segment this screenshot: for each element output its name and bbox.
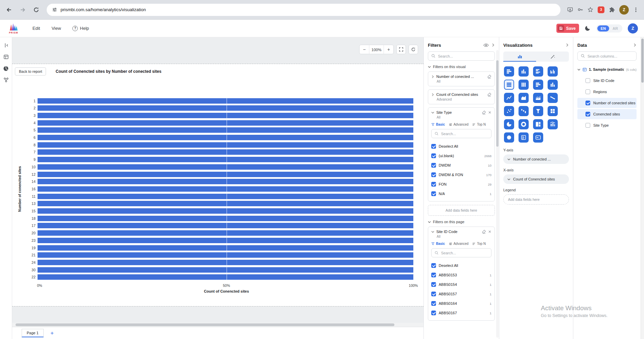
reload-icon[interactable] <box>30 4 42 16</box>
donut-chart-icon[interactable] <box>519 119 529 129</box>
url-bar[interactable]: prismbi.com.sa/home/analytics/visualizat… <box>47 4 560 16</box>
chart-bar-row[interactable]: 19 <box>24 245 413 251</box>
stacked-area-chart-icon[interactable] <box>533 93 543 103</box>
data-field-row[interactable]: Number of conected sites <box>577 98 637 108</box>
clustered-bar-chart-icon[interactable] <box>533 66 543 77</box>
chevron-down-icon[interactable] <box>431 111 434 114</box>
bar[interactable] <box>38 238 413 243</box>
browser-profile-avatar[interactable]: Z <box>619 5 629 15</box>
zoom-in-button[interactable]: + <box>384 45 393 54</box>
chart-bar-row[interactable]: 5 <box>24 127 413 133</box>
line-chart-icon[interactable] <box>504 93 514 103</box>
extensions-puzzle-icon[interactable] <box>609 7 615 13</box>
stacked-bar-chart-icon[interactable] <box>504 66 514 77</box>
data-field-row[interactable]: Site Type <box>577 120 637 130</box>
password-key-icon[interactable] <box>577 7 583 13</box>
chart-bar-row[interactable]: 18 <box>24 215 413 221</box>
bar[interactable] <box>38 105 413 111</box>
data-search[interactable] <box>577 51 637 61</box>
bar[interactable] <box>38 245 413 251</box>
site-type-search[interactable] <box>431 129 491 138</box>
deselect-all-row[interactable]: Deselect All <box>431 261 491 270</box>
bar[interactable] <box>38 208 413 214</box>
bar[interactable] <box>38 127 413 133</box>
gauge-icon[interactable] <box>504 132 514 143</box>
filter-item[interactable]: N/A1 <box>431 189 491 198</box>
bar[interactable] <box>38 274 413 280</box>
checkbox-icon[interactable] <box>431 273 436 277</box>
bar[interactable] <box>38 135 413 140</box>
checkbox-icon[interactable] <box>431 182 436 187</box>
chart-bar-row[interactable]: 17 <box>24 223 413 229</box>
user-avatar[interactable]: Z <box>628 23 638 34</box>
fullscreen-icon[interactable] <box>396 45 406 54</box>
chart-bar-row[interactable]: 11 <box>24 193 413 199</box>
data-field-row[interactable]: Regions <box>577 87 637 97</box>
save-button[interactable]: Save <box>556 24 579 33</box>
bar[interactable] <box>38 98 413 104</box>
scatter-chart-icon[interactable] <box>504 106 514 116</box>
site-type-search-input[interactable] <box>441 132 488 136</box>
bar[interactable] <box>38 157 413 162</box>
bar[interactable] <box>38 172 413 177</box>
checkbox-icon[interactable] <box>585 101 590 105</box>
dataset-row[interactable]: 1. Sample (estimation) (5 cols) <box>577 65 637 74</box>
install-app-icon[interactable] <box>567 7 573 13</box>
bar[interactable] <box>38 194 413 199</box>
chart-bar-row[interactable]: 9 <box>24 157 413 163</box>
tab-basic[interactable]: Basic <box>431 242 445 246</box>
chart-bar-row[interactable]: 20 <box>24 230 413 236</box>
filter-item[interactable]: ABBS01671 <box>431 308 491 318</box>
checkbox-icon[interactable] <box>431 172 436 177</box>
bar[interactable] <box>38 216 413 221</box>
checkbox-icon[interactable] <box>431 191 436 196</box>
filters-search-input[interactable] <box>438 54 491 58</box>
add-data-fields-dropzone[interactable]: Add data fields here <box>428 205 495 216</box>
chart-bar-row[interactable]: 22 <box>24 274 413 280</box>
language-toggle[interactable]: EN AR <box>596 24 622 33</box>
deselect-all-row[interactable]: Deselect All <box>431 142 491 151</box>
filter-item[interactable]: ABBS01641 <box>431 299 491 308</box>
browser-menu-kebab-icon[interactable] <box>633 7 639 13</box>
filter-card-count-of-connected[interactable]: Count of Conencted sites Advanced <box>428 89 495 104</box>
chevron-down-icon[interactable] <box>431 230 434 233</box>
data-field-row[interactable]: Site ID Code <box>577 76 637 86</box>
chart-bar-row[interactable]: 1 <box>24 98 413 104</box>
chart-bar-row[interactable]: 10 <box>24 164 413 170</box>
eraser-icon[interactable] <box>482 110 486 114</box>
chart-page-icon[interactable] <box>3 65 9 72</box>
data-field-row[interactable]: Conencted sites <box>577 109 637 119</box>
chart-bar-row[interactable]: 23 <box>24 237 413 243</box>
bar[interactable] <box>38 149 413 155</box>
x-axis-field-select[interactable]: Count of Conencted sites <box>503 174 569 184</box>
chart-bar-row[interactable]: 3 <box>24 112 413 118</box>
collapse-panel-chevron-icon[interactable] <box>633 43 637 47</box>
filter-card-number-of-connected[interactable]: Number of conected ... All <box>428 71 495 86</box>
checkbox-icon[interactable] <box>585 78 590 83</box>
filter-item[interactable]: ABBS01541 <box>431 280 491 289</box>
chart-bar-row[interactable]: 12 <box>24 171 413 177</box>
funnel-chart-icon[interactable] <box>533 106 543 116</box>
checkbox-icon[interactable] <box>431 263 436 268</box>
tab-top-n[interactable]: Top N <box>472 242 486 246</box>
bar[interactable] <box>38 252 413 258</box>
checkbox-icon[interactable] <box>585 112 590 116</box>
checkbox-icon[interactable] <box>431 144 436 149</box>
remove-filter-icon[interactable] <box>488 230 491 233</box>
zoom-out-button[interactable]: − <box>360 45 369 54</box>
tab-basic[interactable]: Basic <box>431 123 445 126</box>
back-icon[interactable] <box>3 4 15 16</box>
lang-ar-button[interactable]: AR <box>609 25 621 31</box>
chart-bar-row[interactable]: 2 <box>24 105 413 111</box>
forward-icon[interactable] <box>17 4 28 16</box>
extension-badge-icon[interactable]: 3 <box>598 6 604 13</box>
filter-item[interactable]: FON29 <box>431 179 491 189</box>
bar[interactable] <box>38 142 413 148</box>
build-visual-tab[interactable] <box>503 51 536 62</box>
bar[interactable] <box>38 120 413 126</box>
chart-bar-row[interactable]: 7 <box>24 149 413 155</box>
legend-dropzone[interactable]: Add data fields here <box>503 194 569 205</box>
data-search-input[interactable] <box>588 54 633 58</box>
checkbox-icon[interactable] <box>431 311 436 315</box>
100-stacked-bar-chart-icon[interactable] <box>504 80 514 90</box>
